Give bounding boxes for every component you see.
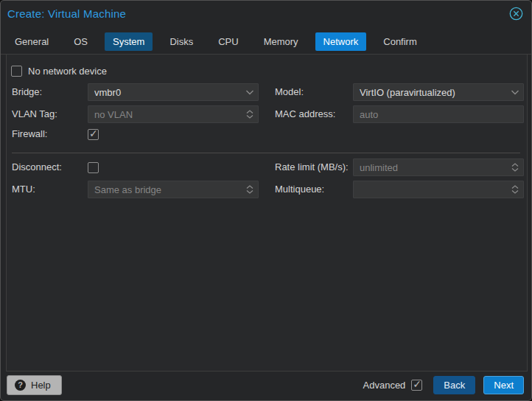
rate-limit-label: Rate limit (MB/s): [275,158,349,176]
mac-address-label: MAC address: [275,105,335,123]
chevron-down-icon[interactable] [507,84,523,100]
tab-system[interactable]: System [105,32,153,51]
vlan-tag-spinner[interactable] [88,105,259,123]
multiqueue-label: Multiqueue: [275,181,324,198]
tab-network[interactable]: Network [315,32,367,51]
footer-toolbar: Help Advanced Back Next [1,370,531,400]
wizard-tabbar: General OS System Disks CPU Memory Netwo… [1,29,531,55]
spinner-up-down-icon[interactable] [242,181,258,198]
tab-disks[interactable]: Disks [161,32,201,51]
tab-os[interactable]: OS [66,32,96,51]
firewall-checkbox[interactable] [88,129,99,140]
model-combobox[interactable] [353,83,524,101]
help-button[interactable]: Help [7,375,62,395]
model-label: Model: [275,83,304,101]
chevron-down-icon[interactable] [242,84,258,100]
close-icon[interactable] [509,7,523,21]
model-input[interactable] [354,84,507,100]
mtu-spinner[interactable] [88,181,259,198]
multiqueue-spinner[interactable] [353,181,524,198]
advanced-label: Advanced [363,380,406,391]
spinner-up-down-icon[interactable] [242,106,258,122]
no-network-device-label: No network device [28,63,107,80]
rate-limit-input[interactable] [354,159,507,175]
rate-limit-spinner[interactable] [353,158,524,176]
disconnect-label: Disconnect: [12,158,62,176]
mtu-input[interactable] [88,181,242,198]
tab-cpu[interactable]: CPU [210,32,246,51]
next-button[interactable]: Next [483,376,524,394]
tab-memory[interactable]: Memory [256,32,307,51]
create-vm-dialog: Create: Virtual Machine General OS Syste… [0,0,532,401]
mac-address-field[interactable] [353,105,524,123]
section-separator [12,153,520,153]
tab-confirm[interactable]: Confirm [375,32,425,51]
mac-address-input[interactable] [354,106,523,122]
disconnect-checkbox[interactable] [88,162,99,173]
vlan-tag-input[interactable] [88,106,242,122]
bridge-combobox[interactable] [88,83,259,101]
firewall-label: Firewall: [12,125,47,143]
vlan-tag-label: VLAN Tag: [12,105,57,123]
bridge-label: Bridge: [12,83,42,101]
network-form-panel: No network device Bridge: Model: VLAN Ta… [6,55,528,372]
advanced-checkbox[interactable] [411,380,422,391]
mtu-label: MTU: [12,181,35,198]
no-network-device-checkbox[interactable] [11,66,22,77]
tab-general[interactable]: General [7,32,57,51]
dialog-titlebar: Create: Virtual Machine [1,1,531,29]
help-label: Help [31,380,51,391]
back-button[interactable]: Back [433,376,475,394]
question-circle-icon [15,380,26,391]
spinner-up-down-icon[interactable] [507,159,523,175]
multiqueue-input[interactable] [354,181,507,198]
spinner-up-down-icon[interactable] [507,181,523,198]
dialog-title: Create: Virtual Machine [7,7,126,20]
bridge-input[interactable] [88,84,242,100]
